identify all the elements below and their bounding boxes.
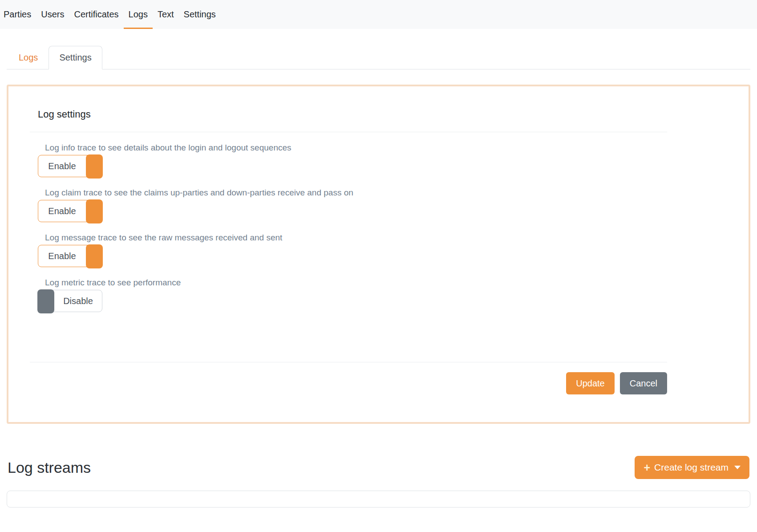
claim-trace-toggle[interactable]: Enable — [38, 200, 102, 222]
cancel-button[interactable]: Cancel — [620, 372, 667, 394]
divider — [30, 362, 667, 362]
plus-icon: + — [644, 462, 650, 473]
nav-item-certificates[interactable]: Certificates — [69, 0, 123, 29]
toggle-label: Log claim trace to see the claims up-par… — [45, 188, 727, 197]
nav-item-text[interactable]: Text — [153, 0, 179, 29]
nav-item-settings[interactable]: Settings — [179, 0, 221, 29]
toggle-label: Log info trace to see details about the … — [45, 143, 727, 152]
toggle-label: Log metric trace to see performance — [45, 278, 727, 287]
tab-settings[interactable]: Settings — [49, 46, 102, 69]
toggle-knob — [37, 289, 54, 313]
page-content: Logs Settings Log settings Log info trac… — [0, 46, 757, 508]
log-streams-empty-panel — [7, 491, 750, 508]
nav-item-logs[interactable]: Logs — [124, 0, 153, 29]
toggle-knob — [86, 199, 103, 223]
nav-item-users[interactable]: Users — [36, 0, 69, 29]
info-trace-toggle[interactable]: Enable — [38, 155, 102, 177]
metric-trace-toggle[interactable]: Disable — [38, 290, 102, 312]
log-streams-header: Log streams + Create log stream — [7, 456, 750, 479]
create-log-stream-button[interactable]: + Create log stream — [635, 456, 749, 479]
toggle-label: Log message trace to see the raw message… — [45, 233, 727, 242]
toggle-knob — [86, 244, 103, 268]
create-log-stream-label: Create log stream — [654, 462, 729, 473]
toggle-group-message-trace: Log message trace to see the raw message… — [38, 233, 727, 267]
divider — [30, 132, 667, 132]
toggle-knob — [86, 154, 103, 179]
nav-item-parties[interactable]: Parties — [4, 0, 36, 29]
form-actions: Update Cancel — [30, 372, 667, 394]
log-settings-panel: Log settings Log info trace to see detai… — [7, 85, 750, 424]
update-button[interactable]: Update — [566, 372, 615, 394]
toggle-group-claim-trace: Log claim trace to see the claims up-par… — [38, 188, 727, 222]
toggle-group-metric-trace: Log metric trace to see performance Disa… — [38, 278, 727, 312]
panel-title: Log settings — [38, 109, 727, 120]
toggle-group-info-trace: Log info trace to see details about the … — [38, 143, 727, 177]
main-navbar: Parties Users Certificates Logs Text Set… — [0, 0, 757, 29]
caret-down-icon — [734, 466, 741, 469]
log-streams-title: Log streams — [8, 459, 91, 476]
tab-bar: Logs Settings — [7, 46, 750, 69]
message-trace-toggle[interactable]: Enable — [38, 245, 102, 267]
tab-logs[interactable]: Logs — [8, 46, 49, 69]
